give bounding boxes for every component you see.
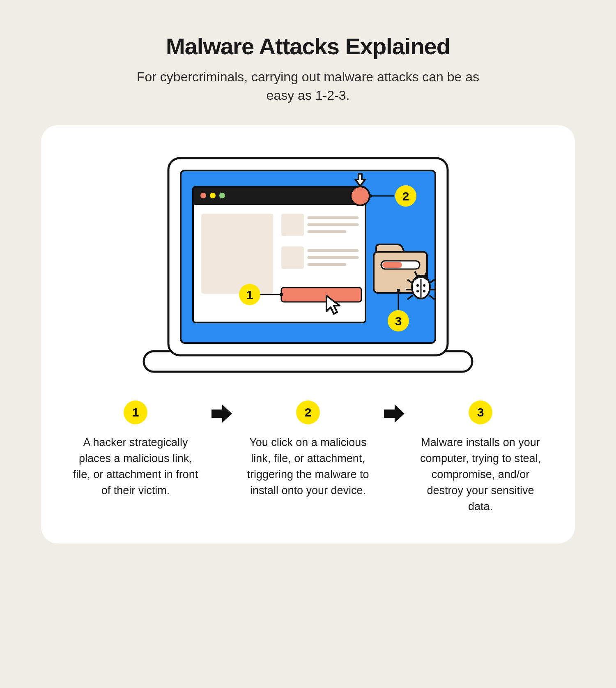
arrow-1	[209, 400, 234, 423]
laptop-illustration: 1 2 3	[66, 150, 550, 380]
svg-rect-14	[281, 246, 304, 269]
step-3: 3 Malware installs on your computer, try…	[411, 400, 550, 515]
svg-rect-5	[193, 202, 365, 204]
svg-point-36	[280, 293, 283, 296]
malicious-link-icon	[281, 288, 361, 302]
page-subtitle: For cybercriminals, carrying out malware…	[123, 68, 493, 105]
page-title: Malware Attacks Explained	[41, 33, 575, 60]
svg-point-26	[423, 290, 425, 292]
step-text-3: Malware installs on your computer, tryin…	[415, 435, 546, 515]
content-card: 1 2 3 1 A hacker strategically places a …	[41, 125, 575, 544]
download-target-icon	[351, 186, 370, 205]
step-2: 2 You click on a malicious link, file, o…	[238, 400, 378, 499]
svg-point-8	[219, 193, 225, 198]
svg-point-25	[416, 290, 419, 292]
svg-rect-20	[382, 262, 402, 268]
svg-point-39	[369, 194, 372, 198]
svg-point-6	[200, 193, 206, 198]
browser-window-icon	[193, 187, 365, 322]
step-badge-2: 2	[296, 400, 320, 424]
svg-point-24	[423, 284, 425, 287]
svg-point-7	[210, 193, 216, 198]
svg-point-23	[416, 284, 419, 287]
step-badge-3: 3	[469, 400, 492, 424]
arrow-2	[382, 400, 407, 423]
arrow-right-icon	[211, 404, 233, 423]
illustration-badge-1: 1	[246, 288, 253, 301]
illustration-badge-3: 3	[395, 314, 402, 328]
steps-row: 1 A hacker strategically places a malici…	[66, 400, 550, 515]
svg-rect-4	[193, 187, 365, 204]
step-text-1: A hacker strategically places a maliciou…	[70, 435, 201, 499]
arrow-right-icon	[383, 404, 405, 423]
svg-rect-9	[201, 214, 273, 294]
svg-rect-10	[281, 214, 304, 236]
illustration-badge-2: 2	[402, 189, 409, 203]
svg-point-42	[397, 289, 400, 292]
header: Malware Attacks Explained For cybercrimi…	[41, 33, 575, 105]
step-badge-1: 1	[124, 400, 147, 424]
laptop-svg: 1 2 3	[127, 150, 489, 380]
step-text-2: You click on a malicious link, file, or …	[242, 435, 374, 499]
step-1: 1 A hacker strategically places a malici…	[66, 400, 205, 499]
